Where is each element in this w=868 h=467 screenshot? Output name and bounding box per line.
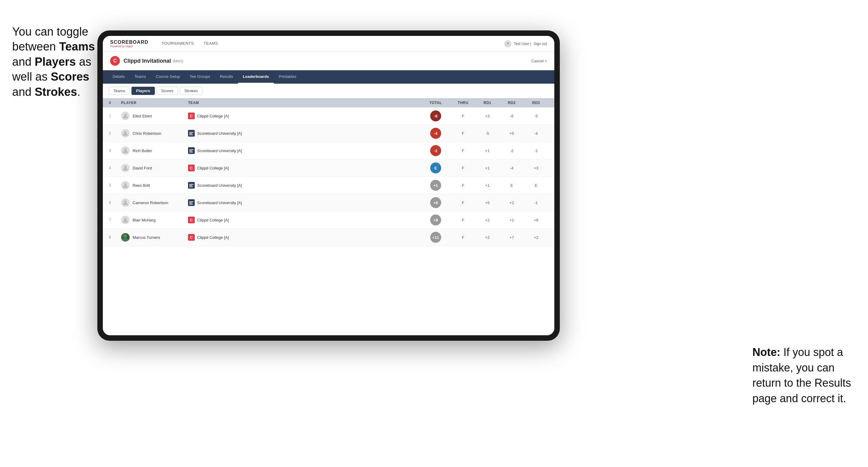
cancel-button[interactable]: Cancel × (531, 59, 547, 63)
nav-items: TOURNAMENTS TEAMS (157, 36, 504, 52)
thru-cell: F (451, 218, 475, 222)
nav-item-tournaments[interactable]: TOURNAMENTS (157, 36, 199, 52)
player-cell: Rees Britt (121, 181, 188, 190)
svg-point-8 (124, 149, 127, 151)
sign-out-link[interactable]: Sign out (534, 42, 547, 46)
tab-bar: Details Teams Course Setup Tee Groups Re… (103, 70, 554, 84)
score-badge: +1 (430, 180, 441, 191)
rd3-cell: -5 (524, 114, 548, 118)
total-score-cell: -8 (421, 111, 451, 121)
svg-rect-18 (189, 186, 193, 187)
team-icon: C (188, 234, 195, 241)
team-cell: Scoreboard University [A] (188, 147, 421, 154)
logo-title: SCOREBOARD (110, 40, 149, 45)
team-icon (188, 130, 195, 136)
rank-cell: 1 (109, 114, 121, 118)
sub-tab-players[interactable]: Players (131, 87, 155, 95)
avatar (121, 198, 130, 207)
table-row: 5 Rees Britt Scoreboard University [A] +… (103, 177, 554, 194)
total-score-cell: +8 (421, 215, 451, 225)
team-name: Scoreboard University [A] (197, 183, 242, 188)
tournament-title: Clippd Invitational (124, 58, 171, 64)
player-name: Cameron Robertson (133, 200, 168, 205)
table-row: 2 Chris Robertson Scoreboard University … (103, 125, 554, 142)
total-score-cell: -4 (421, 128, 451, 139)
rd3-cell: +6 (524, 218, 548, 222)
player-cell: Cameron Robertson (121, 198, 188, 207)
svg-rect-23 (189, 204, 193, 205)
team-cell: C Clippd College [A] (188, 164, 421, 171)
score-badge: +11 (430, 232, 441, 243)
rd3-cell: -1 (524, 149, 548, 153)
avatar (121, 146, 130, 155)
player-cell: Marcus Turners (121, 233, 188, 242)
player-cell: Blair McHarg (121, 216, 188, 224)
total-score-cell: E (421, 162, 451, 174)
user-avatar-icon (504, 40, 512, 48)
total-score-cell: +6 (421, 197, 451, 208)
rd2-cell: -4 (500, 166, 524, 170)
col-header-player: PLAYER (121, 101, 188, 105)
leaderboard-table: # PLAYER TEAM TOTAL THRU RD1 RD2 RD3 1 E… (103, 98, 554, 335)
rank-cell: 5 (109, 183, 121, 187)
total-score-cell: -2 (421, 145, 451, 156)
svg-point-19 (124, 200, 127, 203)
thru-cell: F (451, 200, 475, 205)
team-cell: Scoreboard University [A] (188, 130, 421, 136)
team-cell: C Clippd College [A] (188, 217, 421, 223)
nav-item-teams[interactable]: TEAMS (199, 36, 223, 52)
col-header-rd2: RD2 (500, 101, 524, 105)
score-badge: -4 (430, 128, 441, 139)
player-name: Blair McHarg (133, 218, 155, 222)
table-row: 6 Cameron Robertson Scoreboard Universit… (103, 194, 554, 212)
col-header-rd3: RD3 (524, 101, 548, 105)
tab-details[interactable]: Details (108, 70, 130, 84)
svg-point-25 (124, 235, 127, 238)
svg-rect-6 (189, 133, 192, 134)
table-row: 3 Rich Butler Scoreboard University [A] … (103, 142, 554, 159)
tournament-header: C Clippd Invitational (Men) Cancel × (103, 52, 554, 70)
col-header-thru: THRU (451, 101, 475, 105)
svg-rect-7 (189, 134, 193, 135)
team-icon (188, 199, 195, 206)
team-name: Scoreboard University [A] (197, 149, 242, 153)
total-score-cell: +11 (421, 232, 451, 243)
tournament-subtitle: (Men) (173, 59, 183, 63)
thru-cell: F (451, 183, 475, 188)
player-cell: David Ford (121, 164, 188, 172)
svg-rect-12 (189, 152, 193, 152)
player-cell: Rich Butler (121, 146, 188, 155)
tab-course-setup[interactable]: Course Setup (151, 70, 185, 84)
team-cell: C Clippd College [A] (188, 234, 421, 241)
user-label: Test User | (514, 42, 531, 46)
rd3-cell: -4 (524, 131, 548, 136)
sub-tab-scores[interactable]: Scores (157, 87, 178, 95)
rd2-cell: +2 (500, 200, 524, 205)
sub-tab-strokes[interactable]: Strokes (180, 87, 202, 95)
avatar (121, 181, 130, 190)
sub-tab-teams[interactable]: Teams (109, 87, 130, 95)
player-cell: Chris Robertson (121, 129, 188, 137)
tab-tee-groups[interactable]: Tee Groups (185, 70, 215, 84)
col-header-team: TEAM (188, 101, 421, 105)
team-cell: C Clippd College [A] (188, 113, 421, 119)
tablet-frame: SCOREBOARD Powered by clippd TOURNAMENTS… (97, 30, 560, 341)
team-name: Clippd College [A] (197, 166, 229, 170)
rd2-cell: +5 (500, 131, 524, 136)
sub-tabs: Teams Players Scores Strokes (103, 84, 554, 98)
rd1-cell: -5 (475, 131, 500, 136)
rank-cell: 6 (109, 200, 121, 205)
thru-cell: F (451, 131, 475, 136)
rank-cell: 4 (109, 166, 121, 170)
tab-teams[interactable]: Teams (130, 70, 151, 84)
thru-cell: F (451, 166, 475, 170)
thru-cell: F (451, 149, 475, 153)
avatar (121, 112, 130, 120)
tab-leaderboards[interactable]: Leaderboards (238, 70, 274, 84)
rd1-cell: +2 (475, 218, 500, 222)
tab-printables[interactable]: Printables (274, 70, 301, 84)
rd1-cell: +1 (475, 166, 500, 170)
nav-user: Test User | Sign out (504, 40, 547, 48)
player-name: Marcus Turners (133, 235, 160, 240)
tab-results[interactable]: Results (215, 70, 238, 84)
